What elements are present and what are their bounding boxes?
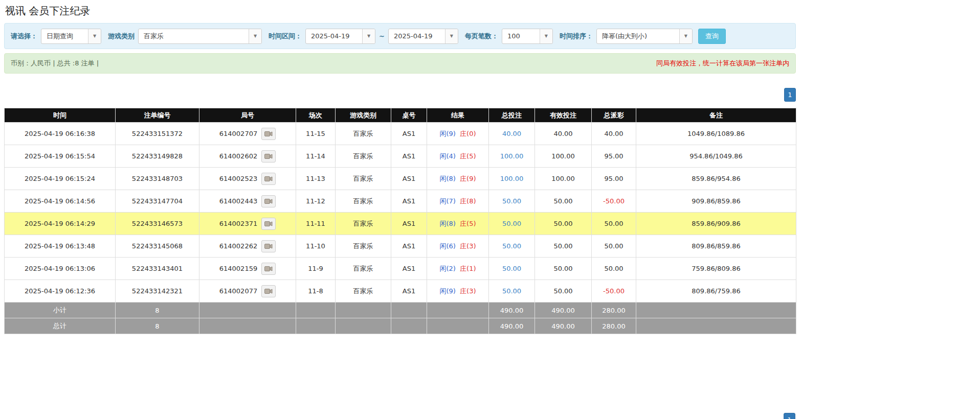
total-bet-link[interactable]: 100.00 — [500, 175, 524, 182]
page-1-button[interactable]: 1 — [784, 88, 796, 102]
cell-table-no: AS1 — [391, 145, 427, 168]
subtotal-total-bet: 490.00 — [489, 302, 535, 318]
cell-payout: 40.00 — [592, 123, 636, 145]
video-replay-button[interactable] — [261, 285, 276, 297]
cell-session: 11-15 — [296, 123, 336, 145]
result-player: 闲(8) — [440, 175, 456, 182]
cell-game-type: 百家乐 — [336, 190, 391, 213]
cell-total-bet: 50.00 — [489, 258, 535, 280]
cell-time: 2025-04-19 06:15:54 — [5, 145, 116, 168]
video-replay-button[interactable] — [261, 218, 276, 230]
page: 视讯 会员下注纪录 请选择： 日期查询 ▼ 游戏类别 百家乐 ▼ 时间区间： 2… — [0, 0, 980, 419]
valid-bet-notice: 同局有效投注，统一计算在该局第一张注单内 — [656, 59, 789, 68]
cell-table-no: AS1 — [391, 213, 427, 235]
subtotal-empty — [391, 302, 427, 318]
sort-order-label: 时间排序： — [560, 32, 593, 41]
result-banker: 庄(9) — [460, 175, 476, 182]
result-player: 闲(8) — [440, 220, 456, 227]
cell-payout: -50.00 — [592, 280, 636, 302]
video-replay-button[interactable] — [261, 128, 276, 140]
chevron-down-icon[interactable]: ▼ — [249, 29, 261, 43]
table-row: 2025-04-19 06:16:38 522433151372 6140027… — [5, 123, 796, 145]
result-banker: 庄(5) — [460, 220, 476, 227]
total-bet-link[interactable]: 50.00 — [502, 287, 521, 295]
cell-bet-id: 522433142321 — [116, 280, 199, 302]
total-bet-link[interactable]: 50.00 — [502, 265, 521, 272]
result-player: 闲(9) — [440, 130, 456, 137]
cell-note: 909.86/859.86 — [636, 190, 796, 213]
total-payout: 280.00 — [592, 318, 636, 334]
subtotal-empty — [427, 302, 489, 318]
cell-payout: -50.00 — [592, 190, 636, 213]
search-button[interactable]: 查询 — [698, 29, 726, 44]
video-replay-button[interactable] — [261, 173, 276, 185]
page-1-button-bottom[interactable]: 1 — [784, 413, 795, 419]
cell-total-bet: 100.00 — [489, 168, 535, 190]
total-bet-link[interactable]: 50.00 — [502, 197, 521, 205]
chevron-down-icon[interactable]: ▼ — [540, 29, 552, 43]
table-row: 2025-04-19 06:13:06 522433143401 6140021… — [5, 258, 796, 280]
cell-round: 614002262 — [199, 235, 296, 258]
table-body: 2025-04-19 06:16:38 522433151372 6140027… — [5, 123, 796, 302]
video-replay-button[interactable] — [261, 263, 276, 275]
cell-total-bet: 100.00 — [489, 145, 535, 168]
cell-round: 614002371 — [199, 213, 296, 235]
video-camera-icon — [264, 153, 273, 159]
subtotal-count: 8 — [116, 302, 199, 318]
cell-valid-bet: 50.00 — [535, 258, 592, 280]
cell-valid-bet: 40.00 — [535, 123, 592, 145]
round-number: 614002602 — [219, 152, 257, 160]
cell-valid-bet: 50.00 — [535, 190, 592, 213]
cell-round: 614002523 — [199, 168, 296, 190]
chevron-down-icon[interactable]: ▼ — [445, 29, 458, 43]
query-type-dropdown[interactable]: 日期查询 ▼ — [41, 29, 101, 44]
video-camera-icon — [264, 221, 273, 227]
result-player: 闲(7) — [440, 197, 456, 205]
table-row: 2025-04-19 06:15:24 522433148703 6140025… — [5, 168, 796, 190]
table-row: 2025-04-19 06:14:56 522433147704 6140024… — [5, 190, 796, 213]
video-replay-button[interactable] — [261, 195, 276, 207]
cell-result: 闲(9) 庄(0) — [427, 123, 489, 145]
round-number: 614002707 — [219, 130, 257, 137]
header-valid-bet: 有效投注 — [535, 108, 592, 123]
cell-round: 614002159 — [199, 258, 296, 280]
chevron-down-icon[interactable]: ▼ — [679, 29, 692, 43]
cell-round: 614002602 — [199, 145, 296, 168]
cell-session: 11-10 — [296, 235, 336, 258]
video-replay-button[interactable] — [261, 150, 276, 162]
cell-round: 614002077 — [199, 280, 296, 302]
cell-total-bet: 50.00 — [489, 235, 535, 258]
chevron-down-icon[interactable]: ▼ — [88, 29, 101, 43]
round-number: 614002077 — [219, 287, 257, 295]
result-player: 闲(9) — [440, 287, 456, 295]
cell-note: 859.86/909.86 — [636, 213, 796, 235]
video-replay-button[interactable] — [261, 240, 276, 252]
date-to-dropdown[interactable]: 2025-04-19 ▼ — [388, 29, 458, 44]
subtotal-empty — [296, 302, 336, 318]
table-row: 2025-04-19 06:12:36 522433142321 6140020… — [5, 280, 796, 302]
total-bet-link[interactable]: 50.00 — [502, 242, 521, 250]
cell-payout: 50.00 — [592, 258, 636, 280]
cell-valid-bet: 50.00 — [535, 280, 592, 302]
page-size-dropdown[interactable]: 100 ▼ — [502, 29, 553, 44]
subtotal-row: 小计 8 490.00 490.00 280.00 — [5, 302, 796, 318]
total-bet-link[interactable]: 50.00 — [502, 220, 521, 227]
header-game-type: 游戏类别 — [336, 108, 391, 123]
date-from-dropdown[interactable]: 2025-04-19 ▼ — [305, 29, 375, 44]
cell-note: 809.86/759.86 — [636, 280, 796, 302]
time-range-label: 时间区间： — [269, 32, 302, 41]
total-bet-link[interactable]: 40.00 — [502, 130, 521, 137]
header-total-bet: 总投注 — [489, 108, 535, 123]
result-player: 闲(4) — [440, 152, 456, 160]
cell-round: 614002443 — [199, 190, 296, 213]
result-banker: 庄(8) — [460, 197, 476, 205]
cell-session: 11-13 — [296, 168, 336, 190]
game-type-dropdown[interactable]: 百家乐 ▼ — [138, 29, 262, 44]
cell-total-bet: 50.00 — [489, 190, 535, 213]
sort-order-dropdown[interactable]: 降幂(由大到小) ▼ — [596, 29, 693, 44]
total-valid-bet: 490.00 — [535, 318, 592, 334]
cell-session: 11-12 — [296, 190, 336, 213]
chevron-down-icon[interactable]: ▼ — [362, 29, 375, 43]
page-size-label: 每页笔数： — [465, 32, 498, 41]
total-bet-link[interactable]: 100.00 — [500, 152, 524, 160]
